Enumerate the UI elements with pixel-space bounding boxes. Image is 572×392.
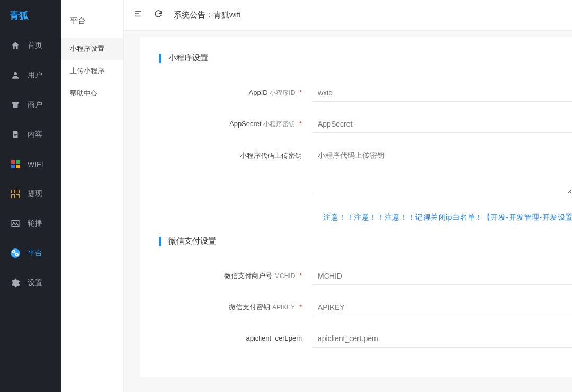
sidebar-item-user[interactable]: 用户 bbox=[0, 60, 61, 90]
section-accent-bar bbox=[159, 237, 161, 246]
required-marker: * bbox=[299, 120, 302, 128]
section-title: 小程序设置 bbox=[168, 53, 208, 63]
svg-rect-3 bbox=[14, 136, 16, 136]
sidebar-item-label: 内容 bbox=[28, 130, 42, 139]
sidebar-item-platform[interactable]: 平台 bbox=[0, 238, 61, 268]
sidebar-item-label: WIFI bbox=[28, 160, 43, 168]
notice-prefix: 系统公告： bbox=[174, 10, 213, 19]
collapse-menu-button[interactable] bbox=[133, 9, 143, 21]
sidebar-item-label: 首页 bbox=[28, 41, 42, 50]
svg-rect-2 bbox=[14, 134, 17, 135]
sidebar-item-label: 商户 bbox=[28, 100, 42, 110]
subnav-item-help-center[interactable]: 帮助中心 bbox=[61, 82, 123, 104]
sidebar-nav: 青狐 首页 用户 商户 内容 bbox=[0, 0, 61, 392]
sidebar-item-label: 平台 bbox=[28, 248, 42, 258]
gear-icon bbox=[11, 278, 20, 288]
refresh-button[interactable] bbox=[154, 9, 163, 21]
sidebar-item-home[interactable]: 首页 bbox=[0, 31, 61, 60]
input-apiclient-cert[interactable] bbox=[312, 330, 572, 348]
sub-sidebar: 平台 小程序设置 上传小程序 帮助中心 bbox=[61, 0, 124, 392]
required-marker: * bbox=[299, 303, 302, 311]
input-apikey[interactable] bbox=[312, 299, 572, 316]
ip-whitelist-warning: 注意！！注意！！注意！！记得关闭ip白名单！【开发-开发管理-开发设置-小程序代 bbox=[159, 210, 572, 236]
section-title: 微信支付设置 bbox=[168, 236, 216, 246]
sidebar-item-wifi[interactable]: WIFI bbox=[0, 149, 61, 179]
topbar: 系统公告：青狐wifi bbox=[124, 0, 572, 31]
required-marker: * bbox=[299, 88, 302, 96]
notice-text: 青狐wifi bbox=[213, 10, 241, 19]
sidebar-item-settings[interactable]: 设置 bbox=[0, 268, 61, 298]
brand-logo: 青狐 bbox=[0, 0, 61, 31]
sidebar-item-withdraw[interactable]: 提现 bbox=[0, 179, 61, 209]
input-mchid[interactable] bbox=[312, 268, 572, 285]
label-apiclient-cert: apiclient_cert.pem bbox=[159, 334, 312, 343]
sidebar-item-carousel[interactable]: 轮播 bbox=[0, 209, 61, 238]
svg-point-0 bbox=[14, 72, 17, 75]
input-appid[interactable] bbox=[312, 84, 572, 102]
document-icon bbox=[11, 130, 20, 139]
sub-sidebar-title: 平台 bbox=[61, 0, 123, 38]
sidebar-item-label: 设置 bbox=[28, 278, 42, 288]
home-icon bbox=[11, 41, 20, 50]
section-header-wxpay: 微信支付设置 bbox=[159, 236, 572, 246]
sidebar-item-merchant[interactable]: 商户 bbox=[0, 90, 61, 120]
sidebar-item-label: 提现 bbox=[28, 189, 42, 199]
user-icon bbox=[11, 70, 20, 80]
platform-icon bbox=[11, 248, 20, 258]
sidebar-item-label: 用户 bbox=[28, 70, 42, 80]
label-mchid: 微信支付商户号 MCHID * bbox=[159, 271, 312, 281]
sidebar-item-content[interactable]: 内容 bbox=[0, 120, 61, 149]
input-appsecret[interactable] bbox=[312, 115, 572, 133]
grid-icon bbox=[11, 189, 20, 199]
settings-card: 小程序设置 AppID 小程序ID * AppSecret 小程序密 bbox=[140, 37, 572, 377]
subnav-item-miniapp-settings[interactable]: 小程序设置 bbox=[61, 38, 123, 60]
section-header-miniapp: 小程序设置 bbox=[159, 53, 572, 63]
sidebar-item-label: 轮播 bbox=[28, 219, 42, 228]
store-icon bbox=[11, 100, 20, 110]
svg-rect-1 bbox=[14, 133, 17, 133]
section-accent-bar bbox=[159, 54, 161, 63]
subnav-item-upload-miniapp[interactable]: 上传小程序 bbox=[61, 60, 123, 82]
system-notice: 系统公告：青狐wifi bbox=[174, 10, 241, 20]
label-appsecret: AppSecret 小程序密钥 * bbox=[159, 119, 312, 129]
wifi-icon bbox=[11, 159, 20, 169]
image-icon bbox=[11, 219, 20, 228]
textarea-code-upload-key[interactable] bbox=[312, 147, 572, 194]
label-code-upload-key: 小程序代码上传密钥 bbox=[159, 147, 312, 161]
label-appid: AppID 小程序ID * bbox=[159, 88, 312, 97]
required-marker: * bbox=[299, 272, 302, 280]
label-apikey: 微信支付密钥 APIKEY * bbox=[159, 302, 312, 312]
